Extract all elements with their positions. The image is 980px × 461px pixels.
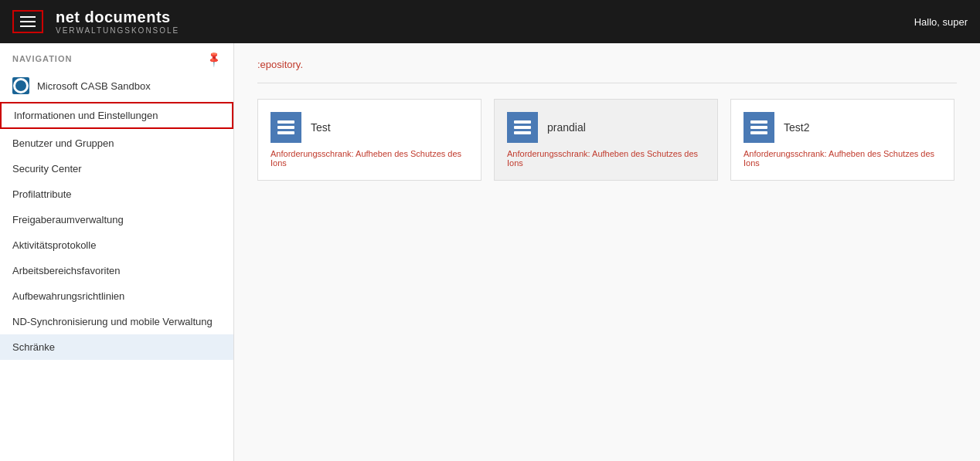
navigation-label: NAVIGATION xyxy=(12,54,72,63)
sidebar-item-security-center[interactable]: Security Center xyxy=(0,156,233,181)
cabinet-icon-prandial xyxy=(507,112,538,143)
sidebar-item-aktivitaetsprotokolle[interactable]: Aktivitätsprotokolle xyxy=(0,232,233,258)
menu-button[interactable] xyxy=(12,10,43,33)
sidebar-item-benutzer-gruppen[interactable]: Benutzer und Gruppen xyxy=(0,131,233,156)
brand: net documents VERWALTUNGSKONSOLE xyxy=(56,8,914,35)
app-header: net documents VERWALTUNGSKONSOLE Hallo, … xyxy=(0,0,980,43)
user-greeting: Hallo, super xyxy=(914,16,968,28)
sidebar-item-casb[interactable]: Microsoft CASB Sandbox xyxy=(0,71,233,100)
cabinet-card-prandial[interactable]: prandial Anforderungsschrank: Aufheben d… xyxy=(494,99,718,181)
cabinet-card-test[interactable]: Test Anforderungsschrank: Aufheben des S… xyxy=(257,99,481,181)
cabinet-card-test2[interactable]: Test2 Anforderungsschrank: Aufheben des … xyxy=(730,99,954,181)
cabinet-card-test-header: Test xyxy=(271,112,468,143)
sidebar-item-schranke[interactable]: Schränke xyxy=(0,334,233,360)
cabinet-card-test2-header: Test2 xyxy=(744,112,941,143)
pin-icon[interactable]: 📌 xyxy=(205,49,223,68)
sidebar-item-profilattribute-label: Profilattribute xyxy=(12,188,72,200)
cabinet-status-test2: Anforderungsschrank: Aufheben des Schutz… xyxy=(744,149,941,168)
cabinet-icon-test2 xyxy=(744,112,774,143)
cabinet-name-test2: Test2 xyxy=(784,121,809,134)
cabinet-card-prandial-header: prandial xyxy=(507,112,705,143)
main-intro-text: :epository. xyxy=(257,59,957,83)
casb-label: Microsoft CASB Sandbox xyxy=(37,80,151,92)
cabinet-name-test: Test xyxy=(311,121,331,134)
cabinet-status-test: Anforderungsschrank: Aufheben des Schutz… xyxy=(271,149,468,168)
sidebar: NAVIGATION 📌 Microsoft CASB Sandbox Info… xyxy=(0,43,234,461)
sidebar-item-nd-synchronisierung[interactable]: ND-Synchronisierung und mobile Verwaltun… xyxy=(0,309,233,334)
sidebar-item-info-einstellungen[interactable]: Informationen und Einstellungen xyxy=(0,102,233,129)
cabinet-name-prandial: prandial xyxy=(547,121,586,134)
sidebar-item-freigaberaumverwaltung-label: Freigaberaumverwaltung xyxy=(12,214,124,225)
brand-subtitle: VERWALTUNGSKONSOLE xyxy=(56,26,914,35)
brand-name: net documents xyxy=(56,8,914,26)
sidebar-item-profilattribute[interactable]: Profilattribute xyxy=(0,181,233,207)
sidebar-nav-header: NAVIGATION 📌 xyxy=(0,43,233,71)
sidebar-item-aufbewahrungsrichtlinien[interactable]: Aufbewahrungsrichtlinien xyxy=(0,283,233,309)
sidebar-item-security-center-label: Security Center xyxy=(12,163,82,175)
sidebar-item-arbeitsbereichsfavoriten-label: Arbeitsbereichsfavoriten xyxy=(12,265,120,276)
sidebar-item-arbeitsbereichsfavoriten[interactable]: Arbeitsbereichsfavoriten xyxy=(0,258,233,283)
sidebar-item-aufbewahrungsrichtlinien-label: Aufbewahrungsrichtlinien xyxy=(12,290,124,302)
sidebar-item-schranke-label: Schränke xyxy=(12,341,55,353)
sidebar-item-aktivitaetsprotokolle-label: Aktivitätsprotokolle xyxy=(12,239,96,251)
main-content: :epository. Test Anforderungsschrank: Au… xyxy=(234,43,980,461)
cabinets-row: Test Anforderungsschrank: Aufheben des S… xyxy=(257,99,957,181)
cabinet-icon-test xyxy=(271,112,301,143)
sidebar-item-benutzer-gruppen-label: Benutzer und Gruppen xyxy=(12,137,114,149)
sidebar-item-nd-synchronisierung-label: ND-Synchronisierung und mobile Verwaltun… xyxy=(12,316,213,327)
cabinet-status-prandial: Anforderungsschrank: Aufheben des Schutz… xyxy=(507,149,705,168)
main-layout: NAVIGATION 📌 Microsoft CASB Sandbox Info… xyxy=(0,43,980,461)
casb-icon xyxy=(12,77,29,94)
sidebar-item-freigaberaumverwaltung[interactable]: Freigaberaumverwaltung xyxy=(0,207,233,232)
intro-partial-text: :epository. xyxy=(257,59,303,70)
sidebar-item-info-einstellungen-label: Informationen und Einstellungen xyxy=(14,110,158,121)
